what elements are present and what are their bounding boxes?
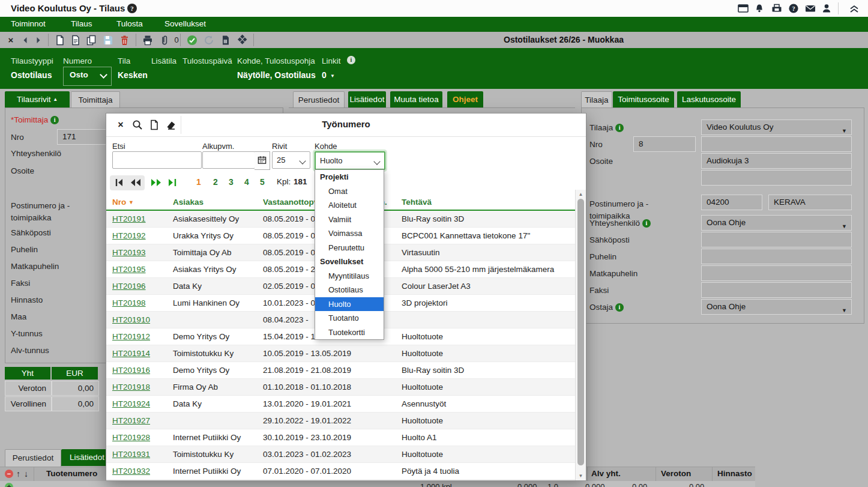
osoite-input[interactable]: Audiokuja 3 — [701, 153, 852, 169]
copy-icon[interactable] — [85, 34, 97, 46]
collapse-chevrons-icon[interactable] — [848, 3, 860, 14]
new-document-icon[interactable] — [54, 34, 66, 46]
dropdown-option[interactable]: Projekti — [315, 170, 384, 184]
move-down-icon[interactable]: ↓ — [24, 469, 28, 479]
osoite2-input[interactable] — [701, 170, 852, 186]
worknumber-link[interactable]: HT20195 — [112, 261, 146, 277]
dropdown-option[interactable]: Aloitetut — [315, 198, 384, 213]
delete-icon[interactable] — [119, 34, 131, 46]
kohde-select[interactable]: Huolto — [315, 151, 385, 170]
worknumber-link[interactable]: HT201914 — [112, 345, 150, 361]
scrollbar-thumb[interactable] — [577, 199, 584, 465]
worknumber-link[interactable]: HT20191 — [112, 211, 146, 227]
linkit-dropdown-icon[interactable]: ▼ — [330, 73, 335, 79]
tab-muuta-tietoa[interactable]: Muuta tietoa — [390, 91, 442, 107]
tab-perustiedot[interactable]: Perustiedot — [293, 91, 345, 108]
alkupvm-input[interactable] — [202, 151, 255, 169]
page-3[interactable]: 3 — [229, 177, 234, 187]
toimipaikka-input[interactable]: KERAVA — [768, 195, 852, 210]
col-nro[interactable]: Nro ▼ — [112, 198, 134, 207]
next-record-icon[interactable] — [32, 34, 44, 46]
postinumero-input[interactable]: 04200 — [701, 195, 762, 210]
scroll-down-icon[interactable]: ▼ — [576, 473, 586, 479]
first-page-icon[interactable] — [113, 177, 127, 189]
bell-icon[interactable] — [754, 3, 766, 14]
remove-row-icon[interactable]: − — [5, 470, 13, 478]
tab-tilaaja[interactable]: Tilaaja — [581, 91, 612, 108]
tab-bottom-perustiedot[interactable]: Perustiedot — [5, 449, 61, 467]
info-icon[interactable]: i — [615, 303, 624, 312]
matkapuhelin-input[interactable] — [701, 265, 852, 281]
dialog-scrollbar[interactable]: ▲ ▼ — [575, 190, 586, 480]
worknumber-link[interactable]: HT20192 — [112, 228, 146, 244]
worknumber-link[interactable]: HT201916 — [112, 362, 150, 378]
tab-toimittaja[interactable]: Toimittaja — [71, 91, 120, 108]
worknumber-link[interactable]: HT20193 — [112, 244, 146, 261]
user-icon[interactable] — [821, 3, 833, 14]
worknumber-link[interactable]: HT20198 — [112, 295, 146, 311]
menu-tilaus[interactable]: Tilaus — [71, 19, 92, 28]
linkit-info-icon[interactable]: i — [347, 56, 355, 64]
page-1[interactable]: 1 — [196, 177, 201, 187]
worknumber-link[interactable]: HT201912 — [112, 328, 150, 345]
attachment-icon[interactable] — [158, 34, 170, 46]
worknumber-link[interactable]: HT201910 — [112, 312, 150, 328]
dropdown-option[interactable]: Huolto — [315, 297, 384, 312]
add-row-icon[interactable]: + — [5, 483, 13, 487]
tab-lisatiedot[interactable]: Lisätiedot — [348, 91, 386, 107]
info-icon[interactable]: i — [615, 124, 624, 132]
print-icon[interactable] — [142, 34, 154, 46]
worknumber-link[interactable]: HT201928 — [112, 429, 150, 446]
tab-laskutusosoite[interactable]: Laskutusosoite — [677, 91, 741, 107]
dropdown-option[interactable]: Ostotilaus — [315, 283, 384, 297]
next-page-icon[interactable] — [149, 177, 163, 189]
undo-icon[interactable] — [203, 34, 215, 46]
move-up-icon[interactable]: ↑ — [16, 469, 20, 479]
last-page-icon[interactable] — [166, 177, 179, 189]
tab-tilausrivit[interactable]: Tilausrivit ▲ — [5, 91, 70, 107]
prev-record-icon[interactable] — [19, 34, 31, 46]
linkit-value[interactable]: 0 — [322, 70, 327, 80]
dropdown-option[interactable]: Sovellukset — [315, 255, 384, 269]
menu-sovellukset[interactable]: Sovellukset — [164, 19, 206, 28]
confirm-icon[interactable] — [186, 34, 198, 46]
scroll-up-icon[interactable]: ▲ — [576, 192, 586, 197]
worknumber-link[interactable]: HT201924 — [112, 396, 150, 412]
menu-toiminnot[interactable]: Toiminnot — [11, 19, 46, 28]
calendar-button[interactable] — [255, 151, 270, 170]
document-code-icon[interactable] — [220, 34, 232, 46]
menu-tulosta[interactable]: Tulosta — [116, 19, 143, 28]
tilaaja-combo[interactable]: Video Koulutus Oy ▼ — [701, 119, 852, 135]
page-2[interactable]: 2 — [213, 177, 218, 187]
dropdown-option[interactable]: Myyntitilaus — [315, 269, 384, 283]
page-5[interactable]: 5 — [260, 177, 265, 187]
tilaaja-nro-input[interactable]: 8 — [633, 136, 696, 152]
worknumber-link[interactable]: HT201927 — [112, 413, 150, 429]
tab-toimitusosoite[interactable]: Toimitusosoite — [613, 91, 674, 107]
close-icon[interactable]: × — [5, 34, 17, 46]
etsi-input[interactable] — [112, 151, 202, 169]
numero-select[interactable]: Osto — [63, 67, 112, 86]
worknumber-link[interactable]: HT20196 — [112, 278, 146, 294]
help-icon[interactable]: ? — [788, 3, 800, 14]
save-icon[interactable] — [102, 34, 114, 46]
prev-page-icon[interactable] — [129, 177, 142, 189]
ostaja-combo[interactable]: Oona Ohje ▼ — [701, 299, 852, 315]
faksi-input[interactable] — [701, 282, 852, 298]
worknumber-link[interactable]: HT201918 — [112, 379, 150, 395]
sahkoposti-input[interactable] — [701, 232, 852, 247]
document-icon[interactable] — [70, 34, 82, 46]
dropdown-option[interactable]: Valmiit — [315, 213, 384, 227]
page-4[interactable]: 4 — [244, 177, 249, 187]
dropdown-option[interactable]: Omat — [315, 184, 384, 199]
fax-icon[interactable] — [771, 3, 783, 14]
col-tehtava[interactable]: Tehtävä — [402, 198, 432, 207]
dropdown-option[interactable]: Tuotanto — [315, 311, 384, 325]
modules-icon[interactable] — [237, 34, 249, 46]
tilaaja-name2-input[interactable] — [701, 136, 852, 152]
window-icon[interactable] — [737, 3, 749, 14]
dropdown-option[interactable]: Tuotekortti — [315, 325, 384, 340]
info-icon[interactable]: i — [50, 116, 59, 124]
info-icon[interactable]: i — [642, 219, 651, 228]
dropdown-option[interactable]: Voimassa — [315, 226, 384, 241]
